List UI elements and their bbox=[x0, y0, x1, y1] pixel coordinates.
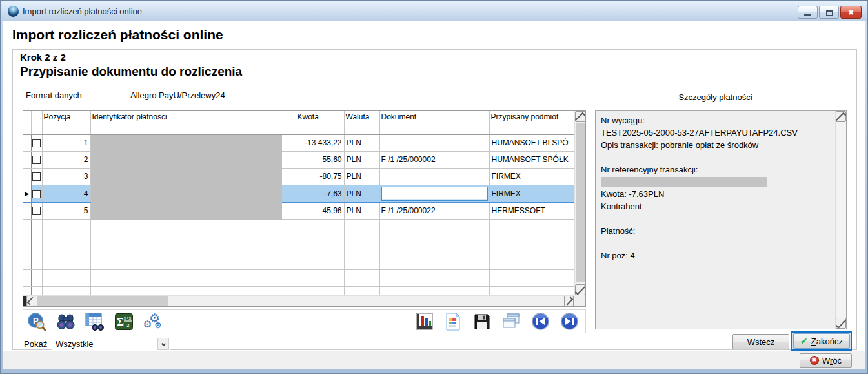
cell-kwota[interactable]: -7,63 bbox=[296, 185, 344, 202]
table-search-icon[interactable] bbox=[85, 312, 105, 331]
vertical-scroll-thumb[interactable] bbox=[576, 123, 585, 282]
cell-dokument[interactable] bbox=[379, 168, 489, 185]
detail-line: Opis transakcji: pobranie opłat ze środk… bbox=[601, 139, 835, 151]
row-checkbox[interactable] bbox=[32, 190, 41, 198]
empty-cell bbox=[31, 253, 42, 269]
grid-vertical-scrollbar[interactable] bbox=[574, 111, 585, 295]
close-icon: ✖ bbox=[848, 9, 854, 16]
settings-gears-icon[interactable]: ⚙ ⚙ ⚙ bbox=[143, 312, 165, 331]
details-scroll-up-button[interactable] bbox=[836, 111, 846, 122]
selector-header bbox=[23, 111, 31, 134]
toolbar-left-group: P bbox=[23, 312, 165, 331]
empty-cell bbox=[23, 286, 31, 295]
report-icon[interactable] bbox=[443, 312, 463, 331]
preview-icon[interactable]: P bbox=[27, 312, 46, 331]
details-scrollbar[interactable] bbox=[835, 111, 846, 329]
cell-podmiot[interactable]: FIRMEX bbox=[489, 185, 574, 202]
maximize-icon bbox=[826, 10, 833, 16]
cell-waluta[interactable]: PLN bbox=[344, 151, 379, 168]
dokument-edit-input[interactable] bbox=[381, 187, 488, 201]
cell-kwota[interactable]: -13 433,22 bbox=[296, 134, 344, 151]
empty-cell bbox=[379, 269, 489, 286]
empty-cell bbox=[90, 219, 296, 236]
svg-text:Σ: Σ bbox=[117, 316, 124, 328]
chevron-up-icon bbox=[836, 112, 846, 123]
cell-waluta[interactable]: PLN bbox=[344, 185, 379, 202]
empty-cell bbox=[42, 219, 90, 236]
cell-pozycja[interactable]: 1 bbox=[42, 134, 90, 151]
page-title: Import rozliczeń płatności online bbox=[12, 27, 223, 43]
cell-kwota[interactable]: 45,96 bbox=[296, 202, 344, 219]
scroll-up-button[interactable] bbox=[575, 111, 585, 122]
close-button[interactable]: ✖ bbox=[840, 6, 862, 19]
maximize-button[interactable] bbox=[819, 6, 839, 19]
last-record-icon[interactable] bbox=[560, 312, 579, 331]
cell-dokument[interactable] bbox=[379, 134, 489, 151]
cell-kwota[interactable]: 55,60 bbox=[296, 151, 344, 168]
row-selector-cell bbox=[23, 168, 31, 185]
row-selector-cell bbox=[23, 151, 31, 168]
row-checkbox[interactable] bbox=[32, 156, 41, 164]
horizontal-scroll-thumb[interactable] bbox=[37, 296, 168, 306]
table-row-empty bbox=[23, 236, 574, 253]
cell-dokument[interactable]: F /1 /25/000002 bbox=[379, 151, 489, 168]
column-header-identyfikator: Identyfikator płatności bbox=[90, 111, 296, 134]
table-row-empty bbox=[23, 219, 574, 236]
default-button-focus-ring: ✔ Zakończ bbox=[791, 331, 852, 351]
row-checkbox[interactable] bbox=[32, 139, 41, 147]
scroll-right-button[interactable] bbox=[564, 296, 574, 306]
toolbar-right-group bbox=[414, 312, 585, 331]
detail-line bbox=[601, 237, 835, 249]
zakoncz-button[interactable]: ✔ Zakończ bbox=[793, 333, 850, 349]
format-value: Allegro PayU/Przelewy24 bbox=[130, 90, 225, 100]
empty-cell bbox=[489, 269, 574, 286]
chevron-down-icon bbox=[836, 318, 846, 328]
cell-podmiot[interactable]: HUMANSOFT SPÓŁK bbox=[489, 151, 574, 168]
titlebar[interactable]: Import rozliczeń płatności online ✖ bbox=[1, 1, 867, 21]
cell-podmiot[interactable]: HUMANSOFT BI SPÓ bbox=[489, 134, 574, 151]
cell-pozycja[interactable]: 2 bbox=[42, 151, 90, 168]
check-icon: ✔ bbox=[800, 337, 808, 346]
step-label: Krok 2 z 2 bbox=[20, 52, 66, 63]
cell-waluta[interactable]: PLN bbox=[344, 134, 379, 151]
windows-icon[interactable] bbox=[501, 312, 521, 331]
details-title: Szczegóły płatności bbox=[595, 92, 836, 102]
wstecz-button[interactable]: Wstecz bbox=[732, 334, 789, 349]
column-header-podmiot: Przypisany podmiot bbox=[489, 111, 574, 134]
cell-pozycja[interactable]: 4 bbox=[42, 185, 90, 202]
filter-combobox[interactable]: Wszystkie bbox=[52, 337, 170, 351]
wroc-button[interactable]: ✖ Wróć bbox=[800, 353, 852, 368]
row-checkbox[interactable] bbox=[32, 172, 41, 181]
cell-waluta[interactable]: PLN bbox=[344, 202, 379, 219]
scroll-down-button[interactable] bbox=[575, 284, 585, 295]
cell-podmiot[interactable]: FIRMEX bbox=[489, 168, 574, 185]
empty-cell bbox=[31, 219, 42, 236]
empty-cell bbox=[296, 236, 344, 253]
minimize-button[interactable] bbox=[798, 6, 818, 19]
cell-dokument[interactable]: F /1 /25/000022 bbox=[379, 202, 489, 219]
chart-icon[interactable] bbox=[414, 312, 434, 331]
cell-dokument[interactable] bbox=[379, 185, 489, 202]
cell-podmiot[interactable]: HERMESSOFT bbox=[489, 202, 574, 219]
scroll-left-button[interactable] bbox=[26, 296, 35, 306]
row-checkbox-cell bbox=[31, 168, 42, 185]
aggregate-icon[interactable]: Σ x+s 3 bbox=[114, 312, 134, 331]
column-header-dokument: Dokument bbox=[379, 111, 489, 134]
payments-grid: Pozycja Identyfikator płatności Kwota Wa… bbox=[23, 110, 586, 307]
combobox-dropdown-button[interactable] bbox=[157, 338, 169, 350]
details-scroll-down-button[interactable] bbox=[836, 318, 846, 329]
grid-horizontal-scrollbar[interactable] bbox=[23, 295, 574, 306]
detail-line: Płatność: bbox=[601, 225, 835, 237]
cell-pozycja[interactable]: 5 bbox=[42, 202, 90, 219]
column-header-kwota: Kwota bbox=[296, 111, 344, 134]
cell-waluta[interactable]: PLN bbox=[344, 168, 379, 185]
empty-cell bbox=[344, 219, 379, 236]
cell-kwota[interactable]: -80,75 bbox=[296, 168, 344, 185]
table-row-empty bbox=[23, 286, 574, 295]
first-record-icon[interactable] bbox=[530, 312, 550, 331]
row-checkbox[interactable] bbox=[32, 207, 41, 215]
search-icon[interactable] bbox=[56, 312, 76, 331]
payment-details-panel: Nr wyciągu:TEST2025-05-2000-53-27AFTERPA… bbox=[595, 110, 847, 329]
save-icon[interactable] bbox=[472, 312, 492, 331]
cell-pozycja[interactable]: 3 bbox=[42, 168, 90, 185]
